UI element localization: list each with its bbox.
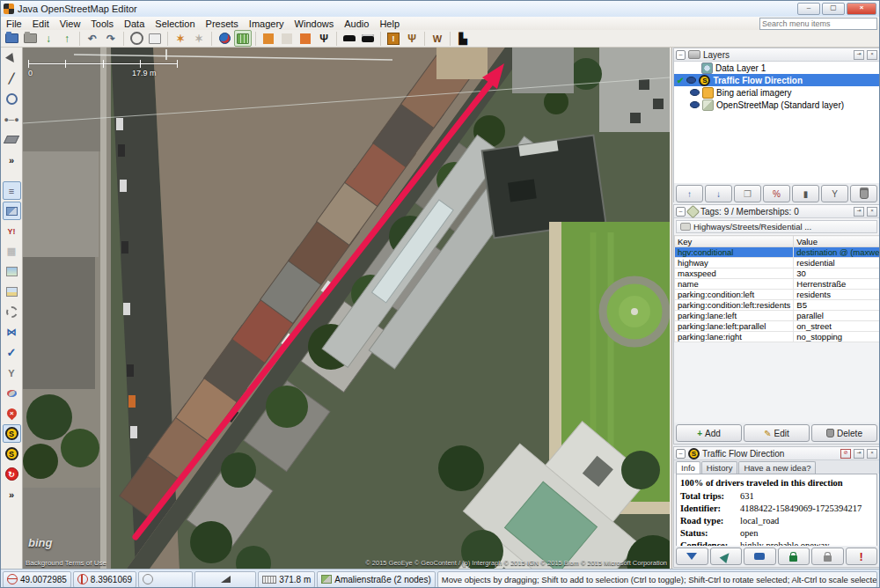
imagery-preferences-toggle-icon[interactable] xyxy=(3,283,21,301)
upload-data-icon[interactable]: ↑ xyxy=(58,30,76,47)
edit-tag-button[interactable]: ✎Edit xyxy=(744,424,810,442)
oneway-reverse-toggle-icon[interactable]: ↻ xyxy=(3,465,21,483)
layer-item-bing[interactable]: Bing aerial imagery xyxy=(674,86,879,99)
preferences-icon[interactable] xyxy=(146,30,164,47)
move-layer-up-button[interactable]: ↑ xyxy=(676,185,703,202)
pan-hand-icon[interactable]: Ψ xyxy=(315,30,333,47)
background-terms-link[interactable]: Background Terms of Use xyxy=(26,559,106,567)
tfd-report-problem-button[interactable]: ! xyxy=(846,548,878,565)
relation-toggle-icon[interactable]: ▦ xyxy=(3,242,21,261)
menu-file[interactable]: File xyxy=(1,18,27,29)
layers-dock-icon[interactable]: ⇥ xyxy=(854,50,864,60)
menu-data[interactable]: Data xyxy=(119,18,150,29)
filter-toggle-icon[interactable]: Y xyxy=(3,364,21,382)
selection-readout[interactable]: Amalienstraße (2 nodes) xyxy=(317,571,436,588)
menu-selection[interactable]: Selection xyxy=(150,18,200,29)
layer-item-traffic-flow[interactable]: ✔ S Traffic Flow Direction xyxy=(674,74,879,86)
tags-dock-icon[interactable]: ⇥ xyxy=(854,207,864,217)
restaurant-preset-icon[interactable]: Ψ xyxy=(403,30,421,47)
tab-history[interactable]: History xyxy=(701,461,738,474)
tag-row[interactable]: parking:lane:rightno_stopping xyxy=(675,332,880,342)
tfd-record-icon[interactable]: ⊘ xyxy=(840,449,851,459)
tab-info[interactable]: Info xyxy=(676,461,700,474)
tags-close-icon[interactable]: × xyxy=(867,207,877,217)
bus-preset-icon[interactable] xyxy=(359,30,377,47)
tfd-lock-closed-button[interactable] xyxy=(778,548,810,565)
minimize-button[interactable]: – xyxy=(797,3,820,15)
man-made-preset-icon[interactable]: ▙ xyxy=(454,30,472,47)
zoom-to-selection-icon[interactable] xyxy=(234,30,252,47)
tags-collapse-icon[interactable]: – xyxy=(676,207,686,217)
menu-view[interactable]: View xyxy=(55,18,86,29)
menu-audio[interactable]: Audio xyxy=(339,18,374,29)
tag-row[interactable]: parking:condition:left:residentsB5 xyxy=(675,300,880,311)
move-layer-down-button[interactable]: ↓ xyxy=(705,185,732,202)
tfd-navigate-button[interactable] xyxy=(710,548,743,565)
wireframe-style-icon[interactable]: ✶ xyxy=(172,30,189,47)
draw-node-tool-icon[interactable]: ╱ xyxy=(3,70,21,88)
tags-value-header[interactable]: Value xyxy=(794,236,880,247)
map-paint-toggle-icon[interactable]: Y! xyxy=(3,222,21,240)
download-osm-globe-icon[interactable] xyxy=(216,30,233,47)
menu-help[interactable]: Help xyxy=(374,18,405,29)
undo-icon[interactable]: ↶ xyxy=(84,30,101,47)
more-tools-icon[interactable]: » xyxy=(3,151,21,169)
preset-link-button[interactable]: Highways/Streets/Residential ... xyxy=(676,220,877,233)
tfd-lock-open-button[interactable] xyxy=(811,548,844,565)
wireframe-style-alt-icon[interactable]: ✶ xyxy=(190,30,208,47)
warning-preset-icon[interactable]: ! xyxy=(385,30,402,47)
save-file-icon[interactable] xyxy=(21,30,39,47)
tfd-dock-icon[interactable]: ⇥ xyxy=(854,449,864,459)
tfd-comment-button[interactable] xyxy=(744,548,776,565)
improve-accuracy-tool-icon[interactable]: ●─● xyxy=(3,110,21,129)
close-button[interactable]: × xyxy=(847,3,876,15)
layers-collapse-icon[interactable]: – xyxy=(676,50,686,60)
menu-windows[interactable]: Windows xyxy=(290,18,340,29)
more-toggles-icon[interactable]: » xyxy=(3,485,21,503)
title-bar[interactable]: Java OpenStreetMap Editor – ▢ × xyxy=(1,1,879,18)
validator-toggle-icon[interactable] xyxy=(3,262,21,281)
layer-visible-eye-icon[interactable] xyxy=(690,89,700,96)
menu-edit[interactable]: Edit xyxy=(27,18,55,29)
select-tool-icon[interactable] xyxy=(3,49,21,68)
tag-row[interactable]: maxspeed30 xyxy=(675,268,880,279)
layer-opacity-button[interactable]: % xyxy=(763,185,790,202)
download-data-icon[interactable]: ↓ xyxy=(40,30,57,47)
open-file-icon[interactable] xyxy=(3,30,20,47)
tag-row[interactable]: hgv:conditionaldestination @ (maxweight … xyxy=(675,247,880,258)
menu-tools[interactable]: Tools xyxy=(85,18,119,29)
car-preset-icon[interactable] xyxy=(341,30,358,47)
layers-close-icon[interactable]: × xyxy=(867,50,877,60)
tag-row[interactable]: parking:lane:left:parallelon_street xyxy=(675,321,880,332)
tag-row[interactable]: highwayresidential xyxy=(675,258,880,268)
tag-row[interactable]: nameHerrenstraße xyxy=(675,279,880,290)
map-canvas[interactable]: 0 17.9 m bing Background Terms of Use © … xyxy=(23,48,670,569)
add-tag-button[interactable]: +Add xyxy=(676,424,742,442)
delete-layer-button[interactable] xyxy=(850,185,877,202)
layer-visible-eye-icon[interactable] xyxy=(690,101,700,108)
selection-check-toggle-icon[interactable]: ✓ xyxy=(3,343,21,362)
menu-presets[interactable]: Presets xyxy=(201,18,244,29)
traffic-flow-second-toggle-icon[interactable]: S xyxy=(3,445,21,463)
layer-visible-eye-icon[interactable] xyxy=(686,77,696,84)
settings-gear-toggle-icon[interactable] xyxy=(3,303,21,321)
layer-list-toggle-icon[interactable]: ≡ xyxy=(3,181,21,200)
combine-ways-icon[interactable] xyxy=(260,30,277,47)
layer-item-osm-standard[interactable]: OpenStreetMap (Standard layer) xyxy=(674,99,879,111)
duplicate-layer-button[interactable]: ❐ xyxy=(734,185,761,202)
tags-key-header[interactable]: Key xyxy=(675,236,794,247)
extrude-tool-icon[interactable] xyxy=(3,130,21,149)
castle-preset-icon[interactable]: W xyxy=(429,30,446,47)
menu-search-input[interactable] xyxy=(759,18,877,30)
wireframe-view-toggle-icon[interactable] xyxy=(3,202,21,220)
menu-imagery[interactable]: Imagery xyxy=(244,18,290,29)
tag-row[interactable]: parking:condition:leftresidents xyxy=(675,290,880,300)
delete-tag-button[interactable]: Delete xyxy=(811,424,877,442)
redo-icon[interactable]: ↷ xyxy=(102,30,120,47)
split-way-icon[interactable] xyxy=(297,30,314,47)
maximize-button[interactable]: ▢ xyxy=(822,3,845,15)
conflict-toggle-icon[interactable]: ⋈ xyxy=(3,323,21,342)
marker-pin-toggle-icon[interactable]: × xyxy=(3,404,21,423)
tfd-filter-button[interactable] xyxy=(676,548,708,565)
tab-new-idea[interactable]: Have a new idea? xyxy=(738,461,816,474)
